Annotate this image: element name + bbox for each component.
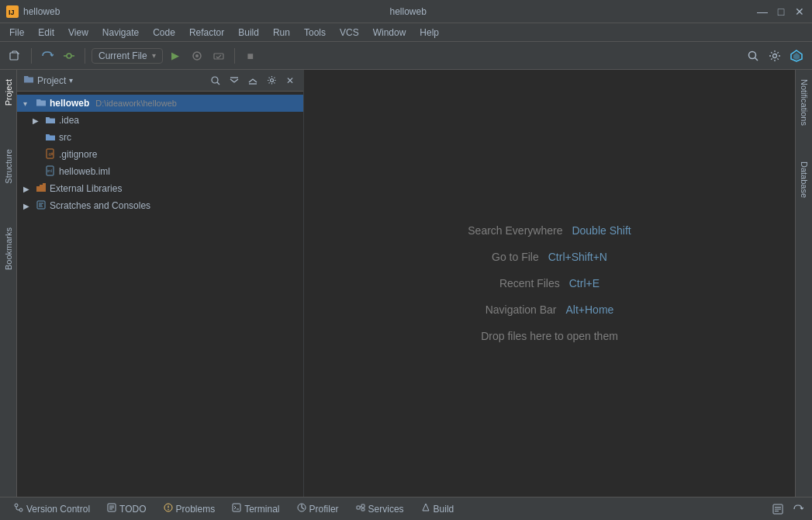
tree-iml-file[interactable]: iml helloweb.iml bbox=[17, 163, 303, 180]
menu-code[interactable]: Code bbox=[147, 26, 181, 40]
hint-goto-file: Go to File Ctrl+Shift+N bbox=[492, 251, 607, 263]
tree-root-helloweb[interactable]: ▾ helloweb D:\ideawork\helloweb bbox=[17, 95, 303, 112]
tree-src-folder[interactable]: src bbox=[17, 129, 303, 146]
menu-bar: File Edit View Navigate Code Refactor Bu… bbox=[0, 23, 812, 42]
toolbar-separator-2 bbox=[85, 48, 85, 64]
version-control-icon bbox=[14, 503, 23, 515]
plugins-button[interactable] bbox=[787, 47, 806, 65]
menu-window[interactable]: Window bbox=[367, 26, 413, 40]
refresh-button[interactable] bbox=[790, 501, 806, 517]
tree-gitignore-file[interactable]: .git .gitignore bbox=[17, 146, 303, 163]
bottom-tab-profiler[interactable]: Profiler bbox=[289, 500, 347, 518]
collapse-all-button[interactable] bbox=[246, 74, 260, 88]
svg-point-3 bbox=[67, 54, 71, 58]
git-update-button[interactable] bbox=[38, 47, 57, 65]
close-panel-button[interactable]: ✕ bbox=[283, 74, 297, 88]
run-config-label: Current File bbox=[98, 50, 147, 61]
debug-button[interactable] bbox=[188, 47, 206, 65]
right-panel: Notifications Database bbox=[795, 70, 812, 497]
svg-point-18 bbox=[270, 79, 273, 82]
sidebar-tab-structure[interactable]: Structure bbox=[2, 143, 16, 190]
helloweb-folder-icon bbox=[36, 97, 47, 110]
ext-libs-label: External Libraries bbox=[50, 183, 122, 194]
todo-label: TODO bbox=[119, 504, 146, 515]
svg-point-7 bbox=[195, 54, 199, 57]
bottom-right-actions bbox=[770, 501, 806, 517]
version-control-label: Version Control bbox=[26, 504, 90, 515]
svg-rect-25 bbox=[43, 183, 46, 192]
menu-run[interactable]: Run bbox=[267, 26, 296, 40]
menu-build[interactable]: Build bbox=[232, 26, 265, 40]
locate-file-button[interactable] bbox=[209, 74, 223, 88]
scratches-icon bbox=[36, 199, 47, 213]
coverage-button[interactable] bbox=[209, 47, 228, 65]
tree-idea-folder[interactable]: ▶ .idea bbox=[17, 112, 303, 129]
right-tab-notifications[interactable]: Notifications bbox=[797, 73, 811, 132]
menu-refactor[interactable]: Refactor bbox=[183, 26, 230, 40]
tree-external-libraries[interactable]: ▶ External Libraries bbox=[17, 180, 303, 197]
arrow-helloweb: ▾ bbox=[23, 99, 33, 108]
run-config-selector[interactable]: Current File ▾ bbox=[92, 48, 163, 64]
svg-text:iml: iml bbox=[47, 169, 52, 173]
git-commit-button[interactable] bbox=[60, 47, 78, 65]
gitignore-icon: .git bbox=[45, 148, 56, 161]
settings-button[interactable] bbox=[765, 47, 784, 65]
app-title: helloweb bbox=[23, 6, 60, 17]
editor-area: Search Everywhere Double Shift Go to Fil… bbox=[304, 70, 795, 497]
iml-label: helloweb.iml bbox=[59, 166, 110, 177]
svg-line-10 bbox=[755, 57, 758, 61]
bottom-tab-services[interactable]: Services bbox=[348, 500, 412, 518]
run-button[interactable]: ▶ bbox=[166, 47, 185, 65]
hint-recent-text: Recent Files bbox=[499, 277, 560, 289]
event-log-button[interactable] bbox=[770, 501, 786, 517]
bottom-tab-build[interactable]: Build bbox=[413, 500, 462, 518]
open-file-button[interactable] bbox=[6, 47, 25, 65]
svg-point-11 bbox=[773, 54, 777, 57]
bottom-tab-terminal[interactable]: Terminal bbox=[224, 500, 287, 518]
run-config-arrow: ▾ bbox=[152, 51, 156, 60]
close-button[interactable]: ✕ bbox=[793, 5, 806, 18]
sidebar-tab-project[interactable]: Project bbox=[2, 73, 16, 112]
right-tab-database[interactable]: Database bbox=[797, 155, 811, 204]
expand-all-button[interactable] bbox=[227, 74, 241, 88]
project-settings-button[interactable] bbox=[264, 74, 278, 88]
iml-icon: iml bbox=[45, 165, 56, 179]
svg-rect-44 bbox=[361, 504, 365, 508]
terminal-icon bbox=[232, 503, 241, 515]
bottom-tab-problems[interactable]: Problems bbox=[156, 500, 223, 518]
idea-folder-icon bbox=[45, 114, 56, 127]
menu-help[interactable]: Help bbox=[413, 26, 445, 40]
hint-navigation-bar: Navigation Bar Alt+Home bbox=[485, 303, 614, 316]
sidebar-tab-bookmarks[interactable]: Bookmarks bbox=[2, 221, 16, 276]
menu-tools[interactable]: Tools bbox=[298, 26, 332, 40]
drop-files-hint: Drop files here to open them bbox=[481, 330, 618, 342]
project-panel-title: Project ▾ bbox=[23, 74, 204, 87]
svg-rect-40 bbox=[233, 504, 240, 511]
menu-navigate[interactable]: Navigate bbox=[96, 26, 145, 40]
svg-line-15 bbox=[217, 82, 219, 85]
bottom-tab-todo[interactable]: TODO bbox=[99, 500, 154, 518]
svg-point-30 bbox=[15, 504, 18, 507]
project-dropdown-arrow[interactable]: ▾ bbox=[69, 76, 73, 85]
helloweb-label: helloweb bbox=[50, 98, 89, 109]
search-everywhere-button[interactable] bbox=[744, 47, 762, 65]
tree-scratches-consoles[interactable]: ▶ Scratches and Consoles bbox=[17, 197, 303, 214]
hint-search-shortcut: Double Shift bbox=[572, 224, 631, 237]
stop-button[interactable]: ■ bbox=[241, 47, 260, 65]
maximize-button[interactable]: □ bbox=[775, 5, 787, 18]
menu-edit[interactable]: Edit bbox=[32, 26, 60, 40]
hint-nav-text: Navigation Bar bbox=[485, 303, 557, 316]
build-icon bbox=[421, 503, 430, 515]
idea-label: .idea bbox=[59, 115, 79, 126]
svg-point-9 bbox=[749, 51, 756, 58]
ext-libs-icon bbox=[36, 182, 47, 196]
arrow-scratches: ▶ bbox=[23, 202, 33, 210]
bottom-tab-version-control[interactable]: Version Control bbox=[6, 500, 98, 518]
menu-view[interactable]: View bbox=[62, 26, 95, 40]
title-bar-left: IJ helloweb bbox=[6, 5, 60, 18]
menu-vcs[interactable]: VCS bbox=[333, 26, 365, 40]
svg-rect-23 bbox=[36, 186, 40, 192]
menu-file[interactable]: File bbox=[3, 26, 30, 40]
problems-icon bbox=[164, 503, 173, 515]
minimize-button[interactable]: — bbox=[756, 5, 769, 18]
